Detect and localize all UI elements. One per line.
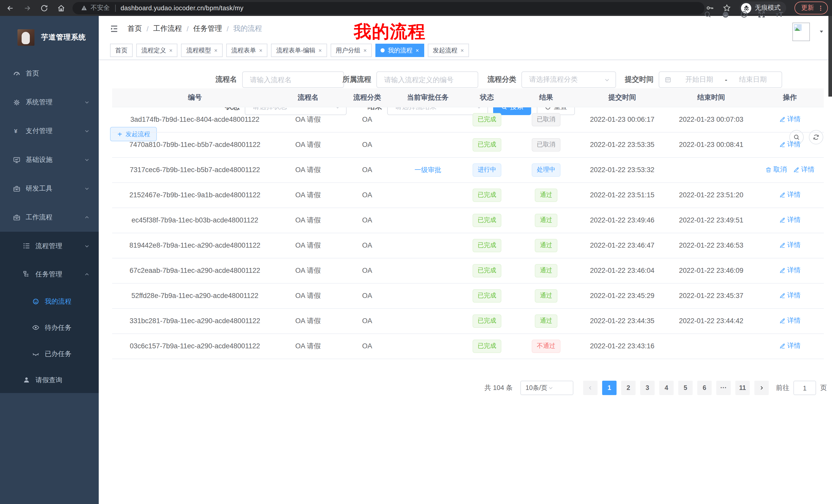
close-icon[interactable]: ×	[214, 47, 217, 53]
end-time	[667, 333, 756, 359]
close-icon[interactable]: ×	[169, 47, 173, 53]
chevron-down-icon	[84, 128, 90, 134]
pager-ellipsis[interactable]: ···	[716, 381, 731, 395]
cancel-link[interactable]: 取消	[765, 165, 787, 174]
result-badge: 处理中	[532, 163, 561, 176]
submit-time-range[interactable]: 开始日期 - 结束日期	[659, 72, 782, 88]
pager-page-1[interactable]: 1	[602, 381, 617, 395]
browser-update-button[interactable]: 更新	[795, 2, 828, 15]
sidebar-item-workflow[interactable]: 工作流程	[0, 203, 99, 232]
detail-link[interactable]: 详情	[793, 165, 814, 174]
sidebar-monitor-icon	[13, 156, 21, 164]
pager-next-button[interactable]	[754, 381, 769, 395]
detail-link[interactable]: 详情	[779, 266, 801, 275]
row-actions: 详情	[779, 266, 801, 275]
sidebar-item-task-mgmt[interactable]: 任务管理	[0, 260, 99, 288]
table-row: 819442e8-7b9a-11ec-a290-acde48001122OA 请…	[112, 233, 824, 258]
tab-发起流程[interactable]: 发起流程×	[427, 44, 469, 57]
pager-page-4[interactable]: 4	[659, 381, 674, 395]
url-text[interactable]: dashboard.yudao.iocoder.cn/bpm/task/my	[121, 4, 243, 11]
browser-back-icon[interactable]	[4, 2, 17, 14]
category-select[interactable]: 请选择流程分类	[521, 72, 616, 88]
browser-scrollbar-thumb[interactable]	[828, 16, 832, 96]
sidebar-item-payment[interactable]: ¥支付管理	[0, 117, 99, 145]
detail-link[interactable]: 详情	[779, 190, 801, 200]
process-id: 331bc281-7b9a-11ec-a290-acde48001122	[112, 308, 278, 333]
browser-menu-dots-icon	[817, 4, 824, 11]
pager-page-5[interactable]: 5	[678, 381, 693, 395]
font-size-icon[interactable]: TT	[775, 10, 786, 19]
detail-link[interactable]: 详情	[779, 341, 801, 351]
pager-page-6[interactable]: 6	[697, 381, 712, 395]
jump-page-input[interactable]	[794, 381, 816, 395]
github-icon[interactable]	[722, 10, 730, 19]
start-date-placeholder[interactable]: 开始日期	[676, 75, 723, 84]
browser-forward-icon[interactable]	[21, 2, 33, 14]
pager-page-11[interactable]: 11	[735, 381, 750, 395]
detail-link[interactable]: 详情	[779, 216, 801, 225]
detail-link[interactable]: 详情	[779, 316, 801, 326]
submit-time: 2022-01-22 23:53:35	[578, 132, 667, 157]
avatar-broken-image[interactable]	[792, 23, 810, 41]
browser-home-icon[interactable]	[55, 2, 67, 14]
pager-prev-button[interactable]	[583, 381, 598, 395]
sidebar-item-infra[interactable]: 基础设施	[0, 145, 99, 174]
pager-page-3[interactable]: 3	[640, 381, 655, 395]
submit-time: 2022-01-22 23:49:46	[578, 207, 667, 233]
close-icon[interactable]: ×	[461, 47, 464, 53]
close-icon[interactable]: ×	[259, 47, 262, 53]
sidebar-item-done-task[interactable]: 已办任务	[0, 341, 99, 367]
result-cell: 已取消	[514, 107, 578, 132]
table-row: 03c6c157-7b9a-11ec-a290-acde48001122OA 请…	[112, 333, 824, 359]
detail-link[interactable]: 详情	[779, 115, 801, 124]
tab-用户分组[interactable]: 用户分组×	[331, 44, 372, 57]
sidebar-item-home[interactable]: 首页	[0, 59, 99, 88]
app-logo: 芋道管理系统	[0, 16, 99, 59]
breadcrumb-item-workflow: 工作流程	[153, 24, 182, 33]
tab-流程表单[interactable]: 流程表单×	[226, 44, 268, 57]
sidebar-item-todo-task[interactable]: 待办任务	[0, 314, 99, 341]
detail-link[interactable]: 详情	[779, 140, 801, 149]
tab-我的流程[interactable]: 我的流程×	[375, 44, 424, 57]
total-count: 共 104 条	[485, 383, 513, 393]
breadcrumb-item-home[interactable]: 首页	[128, 24, 142, 33]
security-label[interactable]: 不安全	[90, 4, 110, 12]
column-header: 状态	[460, 88, 514, 107]
browser-reload-icon[interactable]	[38, 2, 50, 14]
help-icon[interactable]	[740, 10, 748, 19]
collapse-menu-icon[interactable]	[109, 24, 119, 33]
process-name-input[interactable]	[242, 72, 344, 88]
fullscreen-icon[interactable]	[757, 10, 766, 19]
page-size-select[interactable]: 10条/页	[520, 381, 573, 395]
tab-流程模型[interactable]: 流程模型×	[181, 44, 223, 57]
tab-流程表单-编辑[interactable]: 流程表单-编辑×	[271, 44, 327, 57]
sidebar-item-leave-query[interactable]: 请假查询	[0, 367, 99, 393]
sidebar-briefcase-icon	[13, 185, 21, 192]
process-def-input[interactable]	[376, 72, 478, 88]
header-search-icon[interactable]	[703, 10, 712, 19]
address-bar[interactable]: 不安全 dashboard.yudao.iocoder.cn/bpm/task/…	[73, 2, 704, 14]
sidebar-item-system[interactable]: 系统管理	[0, 88, 99, 117]
detail-link[interactable]: 详情	[779, 241, 801, 250]
sidebar-tree-icon	[23, 270, 30, 278]
avatar-caret-down-icon[interactable]	[818, 29, 824, 34]
pager-page-2[interactable]: 2	[621, 381, 635, 395]
actions-cell: 取消详情	[756, 157, 824, 183]
sidebar-item-devtools[interactable]: 研发工具	[0, 174, 99, 203]
end-date-placeholder[interactable]: 结束日期	[729, 75, 777, 84]
current-task-link[interactable]: 一级审批	[414, 165, 441, 174]
sidebar-item-label: 基础设施	[26, 155, 52, 164]
sidebar-item-process-mgmt[interactable]: 流程管理	[0, 232, 99, 260]
close-icon[interactable]: ×	[415, 47, 419, 53]
sidebar-item-my-process[interactable]: 我的流程	[0, 288, 99, 314]
sidebar: 芋道管理系统 首页系统管理¥支付管理基础设施研发工具工作流程流程管理任务管理我的…	[0, 16, 99, 504]
process-id: 819442e8-7b9a-11ec-a290-acde48001122	[112, 233, 278, 258]
detail-link[interactable]: 详情	[779, 291, 801, 300]
status-cell: 已完成	[460, 233, 514, 258]
eye-closed-icon	[32, 350, 40, 358]
tab-首页[interactable]: 首页	[110, 44, 133, 57]
tab-流程定义[interactable]: 流程定义×	[136, 44, 178, 57]
close-icon[interactable]: ×	[318, 47, 322, 53]
close-icon[interactable]: ×	[364, 47, 367, 53]
action-label: 详情	[787, 216, 801, 225]
